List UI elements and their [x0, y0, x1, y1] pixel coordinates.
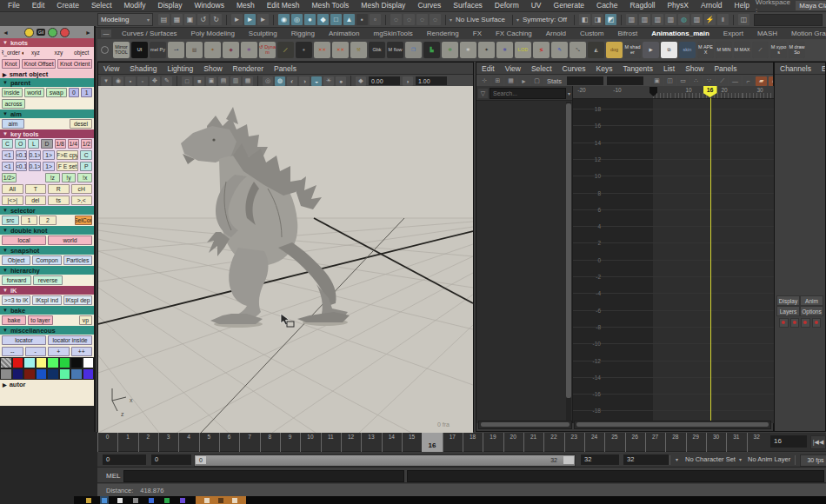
shelf-icon-flow-script[interactable]: M flow: [387, 42, 403, 58]
grease-pencil-icon[interactable]: ✎: [162, 76, 172, 86]
shelf-icon-ui-script[interactable]: UI: [131, 42, 148, 58]
miscellaneous-locator-button[interactable]: locator: [2, 335, 46, 345]
playhead-line[interactable]: [710, 98, 711, 423]
ge-menu-view[interactable]: View: [500, 63, 526, 74]
graph-horizontal-scrollbar[interactable]: [574, 421, 771, 429]
open-scene[interactable]: ▦: [171, 14, 183, 25]
shelf-icon-copy-layers[interactable]: ❐: [405, 42, 422, 58]
key-tools-1-button[interactable]: <1: [2, 150, 14, 160]
shelf-icon-cross-orange-1[interactable]: ✕✕: [314, 42, 330, 58]
vp-menu-view[interactable]: View: [98, 63, 124, 74]
select-tool[interactable]: ►: [231, 14, 243, 25]
frame-23[interactable]: 23: [564, 433, 584, 452]
vp-menu-panels[interactable]: Panels: [269, 63, 302, 74]
move-nearest-icon[interactable]: ⊹: [479, 76, 490, 86]
layer-dot[interactable]: [779, 318, 789, 328]
menu-ragdoll[interactable]: Ragdoll: [624, 0, 662, 11]
insert-keys-icon[interactable]: ⊞: [492, 76, 503, 86]
input-ops[interactable]: ◌: [390, 14, 402, 25]
snap-curve[interactable]: ◎: [291, 14, 303, 25]
bake-bake-button[interactable]: bake: [2, 315, 26, 325]
frame-24[interactable]: 24: [584, 433, 604, 452]
shelf-icon-blue-burst[interactable]: ✵: [496, 42, 513, 58]
key-tools-z-button[interactable]: !z: [45, 173, 60, 182]
section-header-ik[interactable]: ▼IK: [0, 286, 94, 295]
color-swatch[interactable]: [23, 368, 36, 380]
shelf-tab-mash[interactable]: MASH: [750, 29, 784, 39]
xray-icon[interactable]: ◍: [275, 76, 285, 86]
frame-29[interactable]: 29: [686, 433, 706, 452]
frame-30[interactable]: 30: [706, 433, 726, 452]
anim-layer-label[interactable]: No Anim Layer: [748, 454, 790, 465]
section-header-smart-object[interactable]: ▶smart object: [0, 70, 94, 78]
shelf-icon-apex-script[interactable]: M APEX: [697, 42, 714, 58]
outliner-horizontal-scrollbar[interactable]: [478, 421, 572, 429]
key-tools-c-button[interactable]: C: [2, 139, 13, 149]
selector-2-button[interactable]: 2: [39, 216, 57, 225]
ik-3-to-ik-button[interactable]: >=3 to IK: [2, 295, 30, 305]
section-header-parent[interactable]: ▼parent: [0, 78, 94, 87]
menu-create[interactable]: Create: [50, 0, 85, 11]
shelf-tab-mgskintools[interactable]: mgSkinTools: [366, 29, 419, 39]
frame-8[interactable]: 8: [260, 433, 280, 452]
parent-swap-button[interactable]: swap: [46, 88, 67, 97]
shelf-tab-export[interactable]: Export: [716, 29, 750, 39]
parent-world-button[interactable]: world: [24, 88, 45, 97]
frame-19[interactable]: 19: [483, 433, 503, 452]
shelf-icon-skin-script[interactable]: skin: [679, 42, 696, 58]
cb-menu-channels[interactable]: Channels: [775, 63, 816, 74]
scroll-right-icon[interactable]: ►: [85, 30, 91, 36]
shelf-icon-diamond-tool[interactable]: ◆: [223, 42, 239, 58]
shelf-tab-motion-graphics[interactable]: Motion Graphics: [784, 29, 826, 39]
shelf-icon-green-splat[interactable]: ✲: [442, 42, 458, 58]
parent-0-button[interactable]: 0: [69, 88, 80, 97]
shelf-icon-bag-tool[interactable]: ▤: [186, 42, 203, 58]
red-circle-button[interactable]: [60, 28, 70, 37]
frame-21[interactable]: 21: [523, 433, 543, 452]
snap-point[interactable]: ●: [304, 14, 316, 25]
frame-12[interactable]: 12: [341, 433, 361, 452]
snap-to-grids[interactable]: ▾: [101, 76, 111, 86]
menu-edit-mesh[interactable]: Edit Mesh: [261, 0, 306, 11]
frame-31[interactable]: 31: [726, 433, 746, 452]
key-tools-1-2-button[interactable]: 1/2: [81, 139, 92, 149]
render-settings[interactable]: ▥: [652, 14, 663, 25]
section-header-hierarchy[interactable]: ▼hierarchy: [0, 266, 94, 275]
menu-mesh[interactable]: Mesh: [230, 0, 261, 11]
ge-menu-show[interactable]: Show: [680, 63, 709, 74]
key-tools-f-e-set-button[interactable]: F E set: [57, 162, 78, 171]
menu-windows[interactable]: Windows: [188, 0, 230, 11]
shelf-tab-fx[interactable]: FX: [466, 29, 489, 39]
undo[interactable]: ↺: [197, 14, 209, 25]
shelf-icon-sphere-dark[interactable]: ●: [296, 42, 312, 58]
frame-10[interactable]: 10: [300, 433, 320, 452]
ge-menu-tangents[interactable]: Tangents: [617, 63, 658, 74]
outliner-vertical-scrollbar[interactable]: [566, 102, 571, 421]
shelf-icon-graph-key[interactable]: ⧉: [661, 42, 677, 58]
lights-icon[interactable]: ▤: [218, 76, 229, 86]
frame-14[interactable]: 14: [382, 433, 402, 452]
section-header-knots[interactable]: ▼knots: [0, 38, 94, 47]
fps-button[interactable]: 30 fps: [800, 454, 826, 467]
menu-cache[interactable]: Cache: [590, 0, 624, 11]
section-header-autor[interactable]: ▶autor: [0, 380, 94, 388]
key-tools-ch-button[interactable]: cH: [71, 184, 93, 194]
section-header-aim[interactable]: ▼aim: [0, 109, 94, 118]
key-tools-x-button[interactable]: !x: [77, 173, 92, 182]
viewport-btn[interactable]: ◧: [579, 14, 590, 25]
aim-aim-button[interactable]: aim: [2, 119, 24, 129]
aim-desel-button[interactable]: desel: [70, 119, 92, 129]
key-tools-y-button[interactable]: !y: [62, 173, 77, 182]
unify-tangent-icon[interactable]: ▱: [769, 76, 773, 86]
snap-view[interactable]: □: [330, 14, 342, 25]
menu-display[interactable]: Display: [152, 0, 189, 11]
miscellaneous-locator-inside-button[interactable]: locator inside: [48, 335, 92, 345]
sphere-icon[interactable]: ●: [336, 76, 346, 86]
cb-tab-layers[interactable]: Layers: [776, 306, 800, 316]
shelf-icon-particle-spots[interactable]: ✳: [241, 42, 257, 58]
app-white[interactable]: [117, 498, 123, 503]
frame-4[interactable]: 4: [178, 433, 198, 452]
shadows-icon[interactable]: ▥: [230, 76, 241, 86]
yellow-circle-button[interactable]: [24, 28, 34, 37]
layer-dot[interactable]: [790, 318, 800, 328]
